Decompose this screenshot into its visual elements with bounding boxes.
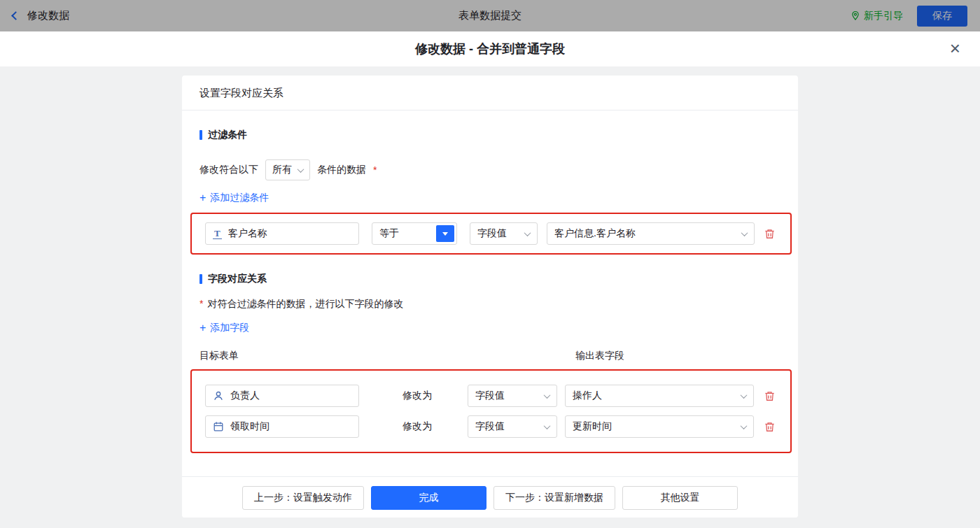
- compare-value-select[interactable]: 客户信息.客户名称: [547, 222, 755, 245]
- modal-header: 修改数据 - 合并到普通字段 ×: [0, 31, 980, 66]
- target-field-value: 领取时间: [230, 420, 270, 433]
- mapping-section-title: 字段对应关系: [200, 273, 780, 285]
- card-title: 设置字段对应关系: [182, 76, 798, 110]
- value-type-select[interactable]: 字段值: [468, 385, 557, 407]
- chevron-down-icon: [544, 392, 551, 399]
- delete-filter-button[interactable]: [762, 227, 777, 241]
- save-button[interactable]: 保存: [917, 6, 967, 27]
- value-type-value: 字段值: [475, 420, 505, 433]
- modal-body: 设置字段对应关系 过滤条件 修改符合以下 所有 条件的数据 * + 添加过滤条件: [0, 66, 980, 528]
- add-filter-label: 添加过滤条件: [210, 192, 269, 204]
- operator-select[interactable]: 等于: [372, 222, 457, 245]
- mapping-row: 领取时间 修改为 字段值 更新时间: [205, 415, 777, 438]
- modify-label: 修改为: [402, 390, 435, 402]
- topbar: 修改数据 表单数据提交 新手引导 保存: [0, 0, 980, 31]
- target-field-input[interactable]: 领取时间: [205, 415, 359, 438]
- mapping-column-headers: 目标表单 输出表字段: [200, 350, 780, 362]
- add-field-link[interactable]: + 添加字段: [200, 322, 249, 334]
- required-mark: *: [373, 164, 377, 176]
- chevron-down-icon: [741, 229, 748, 236]
- card-body: 过滤条件 修改符合以下 所有 条件的数据 * + 添加过滤条件 T: [182, 129, 798, 453]
- value-type-value: 字段值: [477, 227, 507, 240]
- output-field-select[interactable]: 更新时间: [565, 415, 754, 438]
- modal-title: 修改数据 - 合并到普通字段: [415, 41, 565, 57]
- target-field-input[interactable]: 负责人: [205, 385, 359, 407]
- chevron-down-icon: [524, 229, 531, 236]
- guide-label: 新手引导: [864, 10, 903, 22]
- required-mark: *: [200, 298, 203, 309]
- output-field-value: 更新时间: [573, 420, 612, 433]
- filter-condition-line: 修改符合以下 所有 条件的数据 *: [200, 159, 780, 180]
- filter-field-value: 客户名称: [228, 227, 267, 240]
- other-settings-button[interactable]: 其他设置: [622, 486, 738, 510]
- match-mode-value: 所有: [272, 164, 292, 176]
- mapping-description-text: 对符合过滤条件的数据，进行以下字段的修改: [207, 298, 403, 311]
- operator-value: 等于: [379, 227, 399, 240]
- chevron-down-icon: [544, 422, 551, 429]
- trash-icon: [764, 390, 776, 402]
- section-marker: [200, 130, 202, 140]
- settings-card: 设置字段对应关系 过滤条件 修改符合以下 所有 条件的数据 * + 添加过滤条件: [182, 76, 798, 518]
- mapping-row: 负责人 修改为 字段值 操作人: [205, 385, 777, 407]
- add-filter-link[interactable]: + 添加过滤条件: [200, 192, 269, 204]
- trash-icon: [764, 421, 776, 433]
- output-field-select[interactable]: 操作人: [565, 385, 754, 407]
- filter-highlight-box: T 客户名称 等于 字段值 客户信息.客户名称: [190, 213, 792, 255]
- location-pin-icon: [850, 10, 860, 21]
- match-mode-select[interactable]: 所有: [265, 159, 310, 180]
- target-field-value: 负责人: [230, 390, 260, 402]
- chevron-down-icon: [298, 166, 304, 173]
- delete-mapping-button[interactable]: [762, 389, 777, 404]
- next-step-button[interactable]: 下一步：设置新增数据: [493, 486, 615, 510]
- user-icon: [213, 390, 224, 401]
- trash-icon: [764, 228, 776, 240]
- done-button[interactable]: 完成: [371, 486, 486, 510]
- operator-caret-button[interactable]: [436, 225, 454, 242]
- filter-line-prefix: 修改符合以下: [200, 164, 258, 176]
- calendar-icon: [213, 421, 224, 432]
- filter-row: T 客户名称 等于 字段值 客户信息.客户名称: [205, 222, 777, 245]
- filter-section-title: 过滤条件: [200, 129, 780, 141]
- topbar-actions: 新手引导 保存: [850, 6, 967, 27]
- plus-icon: +: [200, 192, 206, 204]
- output-field-value: 操作人: [573, 390, 602, 402]
- output-field-column-header: 输出表字段: [575, 350, 624, 362]
- page-title: 表单数据提交: [0, 9, 980, 22]
- filter-field-input[interactable]: T 客户名称: [205, 222, 359, 245]
- value-type-select[interactable]: 字段值: [470, 222, 538, 245]
- modify-label: 修改为: [402, 420, 435, 433]
- value-type-value: 字段值: [475, 390, 505, 402]
- plus-icon: +: [200, 322, 206, 334]
- chevron-down-icon: [741, 422, 748, 429]
- section-marker: [200, 274, 202, 284]
- compare-value: 客户信息.客户名称: [554, 227, 636, 240]
- delete-mapping-button[interactable]: [762, 420, 777, 434]
- prev-step-button[interactable]: 上一步：设置触发动作: [242, 486, 364, 510]
- add-field-label: 添加字段: [210, 322, 249, 334]
- value-type-select[interactable]: 字段值: [468, 415, 557, 438]
- close-icon[interactable]: ×: [950, 39, 960, 57]
- chevron-down-icon: [741, 392, 748, 399]
- filter-line-suffix: 条件的数据: [317, 164, 366, 176]
- filter-section-label: 过滤条件: [208, 129, 247, 141]
- mapping-section-label: 字段对应关系: [208, 273, 267, 285]
- mapping-description: * 对符合过滤条件的数据，进行以下字段的修改: [200, 298, 780, 311]
- caret-down-icon: [442, 232, 448, 236]
- guide-link[interactable]: 新手引导: [850, 10, 903, 22]
- text-field-icon: T: [213, 229, 222, 239]
- target-form-column-header: 目标表单: [200, 350, 575, 362]
- mapping-highlight-box: 负责人 修改为 字段值 操作人: [190, 369, 792, 453]
- card-footer: 上一步：设置触发动作 完成 下一步：设置新增数据 其他设置: [182, 476, 798, 518]
